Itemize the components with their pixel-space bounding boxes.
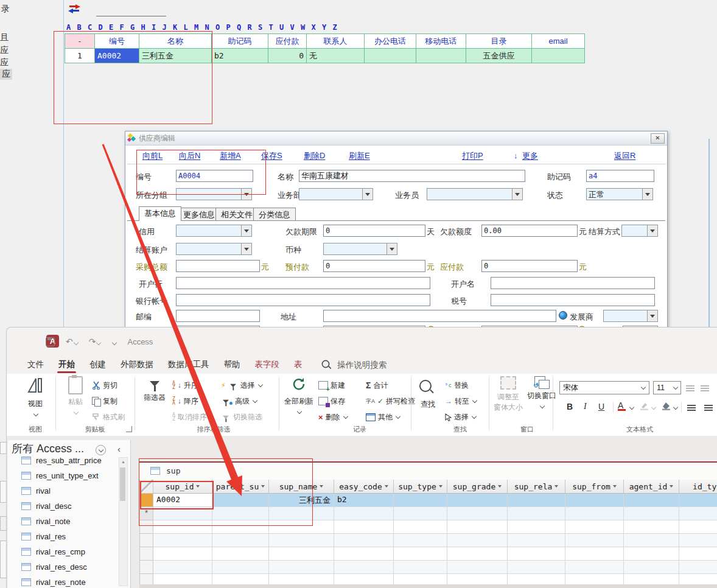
cell[interactable]: [624, 494, 679, 507]
nav-item[interactable]: rival: [21, 486, 51, 495]
goto-button[interactable]: →转至: [445, 394, 477, 408]
return-button[interactable]: 返回R: [614, 150, 635, 161]
select-button[interactable]: 选择: [445, 410, 476, 424]
align-left-icon[interactable]: [687, 403, 696, 413]
column-dropdown-icon[interactable]: [613, 485, 617, 488]
column-header[interactable]: easy_code: [334, 480, 394, 494]
delete-button[interactable]: 删除D: [304, 150, 325, 161]
credit-select[interactable]: [176, 225, 252, 237]
column-letter[interactable]: Y: [322, 23, 333, 32]
grid-cell-contact[interactable]: 无: [307, 49, 365, 63]
format-painter-button[interactable]: 格式刷: [92, 410, 125, 424]
salesman-select[interactable]: [427, 188, 523, 200]
column-dropdown-icon[interactable]: [554, 485, 558, 488]
view-button[interactable]: 视图: [21, 376, 49, 418]
column-header[interactable]: parent_su: [212, 480, 269, 494]
column-letter[interactable]: L: [184, 23, 195, 32]
nav-item[interactable]: rival_note: [21, 517, 70, 526]
column-dropdown-icon[interactable]: [196, 485, 200, 488]
paste-button[interactable]: 粘贴: [63, 376, 88, 416]
redo-icon[interactable]: ↷: [89, 337, 101, 346]
font-select[interactable]: 宋体: [559, 381, 649, 394]
grid-header[interactable]: 移动电话: [416, 34, 466, 49]
debt-period-field[interactable]: [323, 225, 425, 237]
font-color-dropdown-icon[interactable]: [629, 405, 634, 410]
copy-button[interactable]: 复制: [92, 394, 117, 408]
cell[interactable]: [508, 494, 565, 507]
column-letter[interactable]: P: [226, 23, 237, 32]
grid-header[interactable]: 联系人: [307, 34, 365, 49]
select-all-cell[interactable]: [139, 480, 153, 494]
totals-button[interactable]: Σ合计: [366, 379, 388, 392]
grid-cell-mobile[interactable]: [416, 49, 466, 63]
payable-field[interactable]: [481, 260, 578, 272]
column-letter[interactable]: F: [120, 23, 131, 32]
column-letter[interactable]: S: [258, 23, 269, 32]
undo-icon[interactable]: ↶: [66, 337, 78, 346]
column-dropdown-icon[interactable]: [439, 485, 442, 488]
nav-scrollbar[interactable]: ▲: [119, 457, 128, 586]
cell[interactable]: [394, 494, 447, 507]
tab-related-files[interactable]: 相关文件: [215, 208, 258, 220]
bank-no-field[interactable]: [176, 294, 430, 306]
cell-sup-id[interactable]: A0002: [153, 494, 212, 507]
new-record-button[interactable]: + 新建: [318, 379, 345, 392]
tab-database-tools[interactable]: 数据库工具: [161, 359, 217, 370]
underline-button[interactable]: U: [598, 402, 604, 411]
column-letter[interactable]: J: [163, 23, 173, 32]
column-letter[interactable]: E: [109, 23, 120, 32]
find-button[interactable]: 查找: [414, 376, 441, 410]
tax-no-field[interactable]: [491, 294, 655, 306]
nav-item[interactable]: rival_res_desc: [21, 562, 87, 572]
clear-sort-button[interactable]: AZ取消排序: [172, 410, 207, 424]
italic-button[interactable]: I: [584, 402, 587, 411]
column-header[interactable]: sup_rela: [508, 480, 565, 494]
column-header[interactable]: agent_id: [624, 480, 679, 494]
column-letter[interactable]: O: [215, 23, 226, 32]
cell[interactable]: [153, 507, 212, 520]
settle-method-select[interactable]: [621, 225, 658, 237]
column-dropdown-icon[interactable]: [385, 485, 388, 488]
next-button[interactable]: 向后N: [179, 150, 200, 161]
bullets-icon[interactable]: [686, 383, 694, 393]
purchase-total-field[interactable]: [176, 260, 260, 272]
column-letter[interactable]: H: [141, 23, 152, 32]
selection-button[interactable]: ⚡选择: [221, 379, 262, 392]
column-header[interactable]: sup_name: [269, 480, 334, 494]
status-select[interactable]: 正常: [586, 188, 653, 200]
field-underline[interactable]: [96, 16, 166, 16]
grid-header[interactable]: 名称: [139, 34, 212, 49]
nav-item[interactable]: rival_res_note: [21, 578, 86, 587]
tab-home[interactable]: 开始: [51, 359, 82, 370]
sort-desc-button[interactable]: ZA↓降序: [172, 394, 198, 408]
name-field[interactable]: [299, 170, 525, 182]
column-letter[interactable]: N: [205, 23, 216, 32]
row-number-cell[interactable]: 1: [65, 49, 95, 63]
cell[interactable]: [212, 507, 269, 520]
highlight-dropdown-icon[interactable]: [651, 405, 656, 410]
grid-header[interactable]: 编号: [95, 34, 139, 49]
column-letter[interactable]: T: [269, 23, 280, 32]
replace-button[interactable]: ᵇc替换: [445, 379, 469, 392]
close-icon[interactable]: ✕: [651, 133, 665, 144]
cell[interactable]: [565, 494, 624, 507]
column-letter[interactable]: R: [248, 23, 259, 32]
grid-cell-office-phone[interactable]: [365, 49, 416, 63]
cell[interactable]: [269, 507, 334, 520]
grid-cell-email[interactable]: [532, 49, 585, 63]
column-dropdown-icon[interactable]: [320, 485, 323, 488]
column-letter[interactable]: C: [88, 23, 99, 32]
tab-basic-info[interactable]: 基本信息: [139, 206, 181, 221]
row-selector[interactable]: [139, 494, 153, 507]
address-field[interactable]: [323, 310, 556, 322]
settle-account-select[interactable]: [176, 243, 252, 255]
refresh-button[interactable]: 刷新E: [349, 150, 370, 161]
tab-more-info[interactable]: 更多信息: [178, 208, 220, 220]
tab-category-info[interactable]: 分类信息: [253, 208, 296, 220]
new-record-selector[interactable]: *: [139, 507, 153, 520]
nav-item[interactable]: rival_desc: [21, 502, 72, 511]
collapse-pane-icon[interactable]: ‹: [117, 444, 121, 454]
save-record-button[interactable]: 保存: [318, 394, 345, 408]
nav-item[interactable]: res_sub_attr_price: [21, 456, 102, 465]
tell-me-search[interactable]: 操作说明搜索: [321, 359, 387, 371]
